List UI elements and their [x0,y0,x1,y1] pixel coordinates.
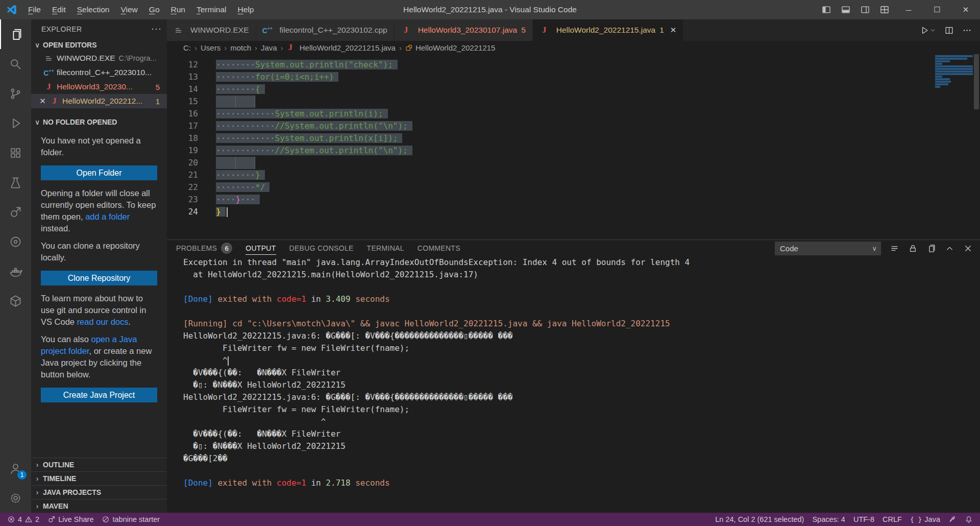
close-panel-icon[interactable] [963,244,973,253]
open-folder-button[interactable]: Open Folder [41,165,157,180]
activity-explorer[interactable] [0,19,31,49]
menu-help[interactable]: Help [232,0,260,19]
breadcrumb-item[interactable]: HelloWorld2_20221215 [405,43,496,52]
sidebar-link[interactable]: add a folder [85,212,130,221]
panel-tab-debug-console[interactable]: DEBUG CONSOLE [289,240,354,256]
menu-edit[interactable]: Edit [46,0,71,19]
breadcrumb-item[interactable]: JHelloWorld2_20221215.java [287,43,396,52]
eol-status[interactable]: CRLF [878,513,906,526]
minimap[interactable] [935,55,973,88]
more-actions-icon[interactable] [962,26,972,35]
output-console[interactable]: Exception in thread "main" java.lang.Arr… [167,256,980,513]
open-editor-item[interactable]: C++filecontrol_C++_2023010... [31,65,167,80]
breadcrumb-item[interactable]: C: [183,43,191,52]
section-outline[interactable]: ›OUTLINE [31,458,167,471]
line-number: 19 [167,145,198,157]
line-number: 17 [167,120,198,132]
section-java-projects[interactable]: ›JAVA PROJECTS [31,485,167,499]
toggle-secondary-sidebar-icon[interactable] [860,5,870,15]
text-cursor [227,207,228,217]
section-maven[interactable]: ›MAVEN [31,499,167,513]
menu-go[interactable]: Go [143,0,165,19]
problems-status[interactable]: 4 2 [3,513,43,526]
customize-layout-icon[interactable] [879,5,890,15]
section-label: OUTLINE [43,461,74,469]
section-timeline[interactable]: ›TIMELINE [31,471,167,485]
output-line [183,465,980,477]
toggle-sidebar-icon[interactable] [821,5,831,15]
menu-view[interactable]: View [115,0,143,19]
activity-docker[interactable] [0,256,31,286]
close-icon[interactable]: ✕ [670,26,677,35]
editor-tab[interactable]: C++filecontrol_C++_20230102.cpp [256,19,395,41]
activity-live-share[interactable] [0,197,31,227]
java-server-mode-status[interactable] [944,513,961,526]
selection-highlight: ············//System.out.println("\n"); [216,146,412,155]
clone-repository-button[interactable]: Clone Repository [41,271,157,285]
run-file-button[interactable] [920,26,936,35]
code-editor[interactable]: 12········System.out.println("check");13… [167,54,980,240]
activity-remote-explorer[interactable] [0,227,31,256]
indentation-status[interactable]: Spaces: 4 [808,513,849,526]
docker-icon [9,265,22,278]
activity-source-control[interactable] [0,79,31,108]
split-editor-icon[interactable] [944,26,954,35]
activity-extensions[interactable] [0,138,31,168]
activity-settings[interactable] [0,483,31,513]
open-editor-item[interactable]: WINWORD.EXEC:\Progra... [31,51,167,65]
code-line: 19············//System.out.println("\n")… [167,145,980,157]
open-editor-item[interactable]: JHelloWorld3_20230...5 [31,80,167,94]
menu-run[interactable]: Run [165,0,191,19]
clear-output-icon[interactable] [890,244,899,253]
live-share-status[interactable]: Live Share [43,513,97,526]
minimap-line [935,63,942,65]
breadcrumb-item[interactable]: motch [230,43,251,52]
panel-tab-comments[interactable]: COMMENTS [418,240,460,256]
breadcrumb[interactable]: C:›Users›motch›Java›JHelloWorld2_2022121… [167,41,980,54]
activity-testing[interactable] [0,168,31,197]
close-icon[interactable]: ✕ [38,97,47,106]
language-status[interactable]: { } Java [906,513,944,526]
panel-tab-output[interactable]: OUTPUT [246,240,276,256]
editor-scrollbar[interactable] [973,54,980,240]
breadcrumb-item[interactable]: Users [201,43,220,52]
selection-highlight: } [216,207,226,217]
minimize-button[interactable]: ─ [894,0,923,19]
open-editor-item[interactable]: ✕JHelloWorld2_202212...1 [31,94,167,108]
panel-tab-problems[interactable]: PROBLEMS6 [176,240,232,256]
open-output-in-editor-icon[interactable] [926,244,936,253]
notifications-status[interactable] [961,513,977,526]
open-editors-section[interactable]: ∨ OPEN EDITORS [31,38,167,51]
create-java-project-button[interactable]: Create Java Project [41,388,157,402]
maximize-button[interactable]: ☐ [923,0,951,19]
output-channel-select[interactable]: Code ∨ [775,242,881,255]
activity-search[interactable] [0,49,31,79]
menu-terminal[interactable]: Terminal [191,0,232,19]
lock-autoscroll-icon[interactable] [908,244,918,253]
output-line: ^ [183,354,980,367]
activity-packages[interactable] [0,286,31,316]
menu-selection[interactable]: Selection [71,0,115,19]
maximize-panel-icon[interactable] [945,244,954,253]
code-line: 12········System.out.println("check"); [167,59,980,71]
explorer-more-actions-icon[interactable]: ··· [151,23,162,34]
sidebar-link[interactable]: read our docs [77,317,129,326]
editor-tab[interactable]: JHelloWorld3_20230107.java5 [395,19,533,41]
section-label: MAVEN [43,502,68,510]
sidebar-link[interactable]: open a Java project folder [41,334,137,355]
tabnine-status[interactable]: tabnine starter [97,513,164,526]
activity-run-and-debug[interactable] [0,108,31,138]
activity-accounts[interactable]: 1 [0,453,31,483]
menu-file[interactable]: File [22,0,46,19]
editor-tab[interactable]: WINWORD.EXE [167,19,256,41]
breadcrumb-item[interactable]: Java [261,43,277,52]
toggle-panel-icon[interactable] [841,5,851,15]
panel-tab-terminal[interactable]: TERMINAL [367,240,404,256]
close-window-button[interactable]: ✕ [951,0,980,19]
no-folder-section[interactable]: ∨ NO FOLDER OPENED [31,115,167,128]
minimap-line [935,68,973,70]
editor-tab[interactable]: JHelloWorld2_20221215.java1✕ [533,19,684,41]
sidebar-text: To learn more about how to use git and s… [41,293,157,328]
cursor-position-status[interactable]: Ln 24, Col 2 (621 selected) [711,513,808,526]
encoding-status[interactable]: UTF-8 [849,513,878,526]
